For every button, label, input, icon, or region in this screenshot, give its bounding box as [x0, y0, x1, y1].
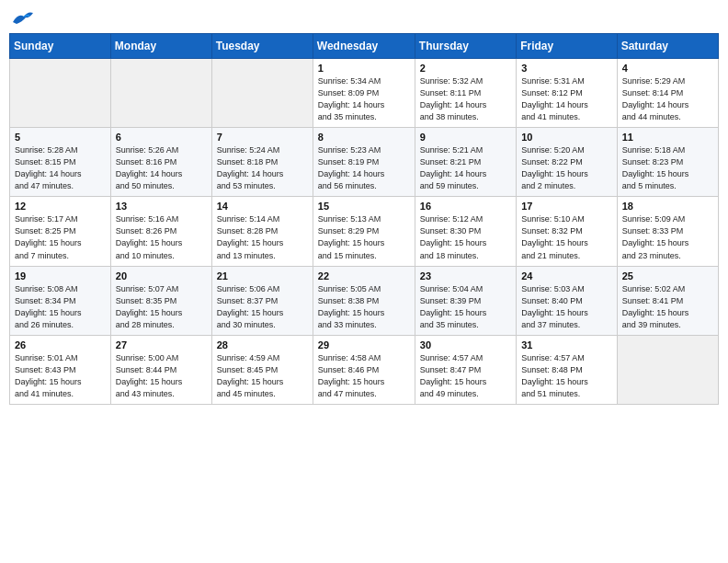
day-number: 22 — [318, 270, 410, 282]
day-info: Sunrise: 5:03 AM Sunset: 8:40 PM Dayligh… — [521, 283, 611, 331]
day-number: 16 — [420, 201, 511, 212]
calendar-cell: 15Sunrise: 5:13 AM Sunset: 8:29 PM Dayli… — [313, 197, 415, 266]
page-header — [9, 9, 719, 26]
calendar-week-row: 1Sunrise: 5:34 AM Sunset: 8:09 PM Daylig… — [10, 59, 719, 128]
day-info: Sunrise: 5:04 AM Sunset: 8:39 PM Dayligh… — [420, 283, 511, 331]
calendar-header-row: SundayMondayTuesdayWednesdayThursdayFrid… — [10, 34, 719, 59]
day-number: 31 — [521, 339, 611, 350]
calendar-cell: 2Sunrise: 5:32 AM Sunset: 8:11 PM Daylig… — [415, 59, 516, 128]
day-number: 13 — [116, 201, 207, 212]
day-number: 2 — [420, 63, 511, 74]
calendar-cell: 30Sunrise: 4:57 AM Sunset: 8:47 PM Dayli… — [415, 335, 516, 404]
day-info: Sunrise: 5:02 AM Sunset: 8:41 PM Dayligh… — [622, 283, 713, 331]
calendar-cell: 6Sunrise: 5:26 AM Sunset: 8:16 PM Daylig… — [110, 128, 211, 197]
day-number: 24 — [521, 270, 611, 282]
day-number: 29 — [318, 339, 410, 350]
day-info: Sunrise: 5:28 AM Sunset: 8:15 PM Dayligh… — [15, 144, 106, 192]
calendar-cell: 31Sunrise: 4:57 AM Sunset: 8:48 PM Dayli… — [517, 335, 617, 404]
day-number: 21 — [217, 270, 308, 282]
day-info: Sunrise: 5:32 AM Sunset: 8:11 PM Dayligh… — [420, 75, 511, 123]
day-info: Sunrise: 5:31 AM Sunset: 8:12 PM Dayligh… — [521, 75, 611, 123]
calendar-cell: 13Sunrise: 5:16 AM Sunset: 8:26 PM Dayli… — [110, 197, 211, 266]
day-info: Sunrise: 5:06 AM Sunset: 8:37 PM Dayligh… — [217, 283, 308, 331]
calendar-cell: 29Sunrise: 4:58 AM Sunset: 8:46 PM Dayli… — [313, 335, 415, 404]
day-info: Sunrise: 5:13 AM Sunset: 8:29 PM Dayligh… — [318, 213, 410, 261]
day-number: 20 — [116, 270, 207, 282]
logo-bird-icon — [11, 9, 33, 26]
day-info: Sunrise: 5:21 AM Sunset: 8:21 PM Dayligh… — [420, 144, 511, 192]
calendar-cell: 11Sunrise: 5:18 AM Sunset: 8:23 PM Dayli… — [617, 128, 718, 197]
day-number: 23 — [420, 270, 511, 282]
day-number: 7 — [217, 132, 308, 143]
calendar-cell: 3Sunrise: 5:31 AM Sunset: 8:12 PM Daylig… — [517, 59, 617, 128]
day-number: 30 — [420, 339, 511, 350]
calendar-cell: 22Sunrise: 5:05 AM Sunset: 8:38 PM Dayli… — [313, 266, 415, 335]
calendar-cell: 17Sunrise: 5:10 AM Sunset: 8:32 PM Dayli… — [517, 197, 617, 266]
day-info: Sunrise: 5:20 AM Sunset: 8:22 PM Dayligh… — [521, 144, 611, 192]
day-number: 26 — [15, 339, 106, 350]
calendar-cell: 10Sunrise: 5:20 AM Sunset: 8:22 PM Dayli… — [517, 128, 617, 197]
day-info: Sunrise: 5:23 AM Sunset: 8:19 PM Dayligh… — [318, 144, 410, 192]
calendar-cell: 7Sunrise: 5:24 AM Sunset: 8:18 PM Daylig… — [211, 128, 313, 197]
day-number: 25 — [622, 270, 713, 282]
day-number: 15 — [318, 201, 410, 212]
calendar-cell: 23Sunrise: 5:04 AM Sunset: 8:39 PM Dayli… — [415, 266, 516, 335]
calendar-week-row: 19Sunrise: 5:08 AM Sunset: 8:34 PM Dayli… — [10, 266, 719, 335]
day-info: Sunrise: 5:07 AM Sunset: 8:35 PM Dayligh… — [116, 283, 207, 331]
day-info: Sunrise: 5:24 AM Sunset: 8:18 PM Dayligh… — [217, 144, 308, 192]
calendar-header-friday: Friday — [517, 34, 617, 59]
calendar-cell: 4Sunrise: 5:29 AM Sunset: 8:14 PM Daylig… — [617, 59, 718, 128]
calendar-cell: 9Sunrise: 5:21 AM Sunset: 8:21 PM Daylig… — [415, 128, 516, 197]
day-number: 28 — [217, 339, 308, 350]
day-number: 5 — [15, 132, 106, 143]
calendar-header-wednesday: Wednesday — [313, 34, 415, 59]
calendar-cell — [211, 59, 313, 128]
calendar-header-thursday: Thursday — [415, 34, 516, 59]
calendar-header-monday: Monday — [110, 34, 211, 59]
calendar-cell: 8Sunrise: 5:23 AM Sunset: 8:19 PM Daylig… — [313, 128, 415, 197]
day-number: 1 — [318, 63, 410, 74]
day-number: 4 — [622, 63, 713, 74]
day-info: Sunrise: 4:59 AM Sunset: 8:45 PM Dayligh… — [217, 352, 308, 400]
day-info: Sunrise: 5:18 AM Sunset: 8:23 PM Dayligh… — [622, 144, 713, 192]
calendar-header-sunday: Sunday — [10, 34, 111, 59]
day-number: 19 — [15, 270, 106, 282]
calendar-cell — [10, 59, 111, 128]
calendar-cell: 5Sunrise: 5:28 AM Sunset: 8:15 PM Daylig… — [10, 128, 111, 197]
calendar-week-row: 12Sunrise: 5:17 AM Sunset: 8:25 PM Dayli… — [10, 197, 719, 266]
day-info: Sunrise: 5:14 AM Sunset: 8:28 PM Dayligh… — [217, 213, 308, 261]
calendar-cell: 26Sunrise: 5:01 AM Sunset: 8:43 PM Dayli… — [10, 335, 111, 404]
day-number: 6 — [116, 132, 207, 143]
calendar-cell — [110, 59, 211, 128]
day-number: 11 — [622, 132, 713, 143]
day-number: 8 — [318, 132, 410, 143]
calendar-header-tuesday: Tuesday — [211, 34, 313, 59]
calendar-cell: 25Sunrise: 5:02 AM Sunset: 8:41 PM Dayli… — [617, 266, 718, 335]
day-number: 14 — [217, 201, 308, 212]
day-number: 3 — [521, 63, 611, 74]
day-info: Sunrise: 5:12 AM Sunset: 8:30 PM Dayligh… — [420, 213, 511, 261]
logo — [9, 9, 33, 26]
calendar-cell: 16Sunrise: 5:12 AM Sunset: 8:30 PM Dayli… — [415, 197, 516, 266]
day-number: 17 — [521, 201, 611, 212]
day-number: 12 — [15, 201, 106, 212]
day-number: 18 — [622, 201, 713, 212]
day-number: 10 — [521, 132, 611, 143]
calendar-cell: 21Sunrise: 5:06 AM Sunset: 8:37 PM Dayli… — [211, 266, 313, 335]
calendar-cell: 20Sunrise: 5:07 AM Sunset: 8:35 PM Dayli… — [110, 266, 211, 335]
day-info: Sunrise: 5:34 AM Sunset: 8:09 PM Dayligh… — [318, 75, 410, 123]
day-number: 27 — [116, 339, 207, 350]
day-info: Sunrise: 5:05 AM Sunset: 8:38 PM Dayligh… — [318, 283, 410, 331]
calendar-cell: 18Sunrise: 5:09 AM Sunset: 8:33 PM Dayli… — [617, 197, 718, 266]
calendar-cell — [617, 335, 718, 404]
day-info: Sunrise: 5:26 AM Sunset: 8:16 PM Dayligh… — [116, 144, 207, 192]
day-info: Sunrise: 5:01 AM Sunset: 8:43 PM Dayligh… — [15, 352, 106, 400]
day-info: Sunrise: 5:29 AM Sunset: 8:14 PM Dayligh… — [622, 75, 713, 123]
calendar-header-saturday: Saturday — [617, 34, 718, 59]
calendar-cell: 1Sunrise: 5:34 AM Sunset: 8:09 PM Daylig… — [313, 59, 415, 128]
day-info: Sunrise: 5:00 AM Sunset: 8:44 PM Dayligh… — [116, 352, 207, 400]
calendar-cell: 28Sunrise: 4:59 AM Sunset: 8:45 PM Dayli… — [211, 335, 313, 404]
day-info: Sunrise: 5:17 AM Sunset: 8:25 PM Dayligh… — [15, 213, 106, 261]
day-info: Sunrise: 4:57 AM Sunset: 8:48 PM Dayligh… — [521, 352, 611, 400]
calendar-table: SundayMondayTuesdayWednesdayThursdayFrid… — [9, 33, 719, 405]
